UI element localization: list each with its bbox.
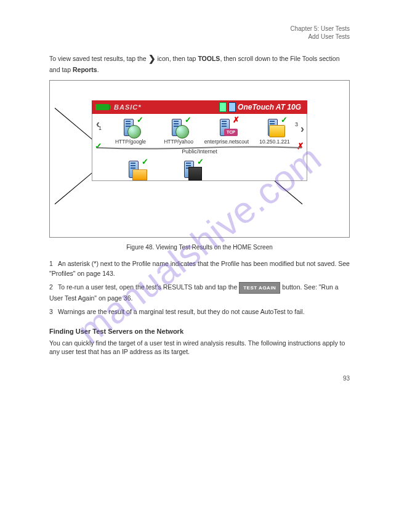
network-card-icon — [219, 102, 227, 112]
test-http-google[interactable]: ✓ HTTP/google — [112, 118, 149, 145]
figure-container: BASIC* OneTouch AT 10G ‹ 1 ✓ ✓ HTTP/goog… — [49, 80, 350, 238]
envelope-icon — [132, 169, 147, 180]
device-screenshot: BASIC* OneTouch AT 10G ‹ 1 ✓ ✓ HTTP/goog… — [92, 100, 307, 181]
device-product-name: OneTouch AT 10G — [238, 103, 301, 111]
nav-left[interactable]: ‹ 1 ✓ — [95, 118, 101, 145]
tier-row: ‹ 1 ✓ ✓ HTTP/google ✓ HTTP/yahoo TCP✗ en… — [92, 114, 307, 156]
profile-name: BASIC* — [114, 103, 142, 111]
menu-chevron-icon: ❯ — [148, 54, 156, 63]
test-hardware[interactable]: ✓ — [172, 159, 209, 179]
test-ftp-ip[interactable]: ✓ 10.250.1.221 — [256, 118, 293, 145]
check-icon: ✓ — [281, 115, 288, 124]
status-icons: OneTouch AT 10G — [219, 102, 307, 112]
page-number: 93 — [49, 375, 350, 382]
chevron-right-icon[interactable]: › — [299, 123, 305, 135]
header-chapter: Chapter 5: User Tests — [49, 25, 350, 33]
check-icon: ✓ — [137, 115, 143, 124]
chip-icon — [188, 167, 202, 180]
test-http-yahoo[interactable]: ✓ HTTP/yahoo — [160, 118, 197, 145]
left-page-num: 1 — [99, 125, 102, 131]
intro-line: To view saved test results, tap the ❯ ic… — [49, 53, 350, 74]
right-page-num: 3 — [295, 121, 298, 127]
tier-row-2: ✓ ✓ — [92, 156, 307, 181]
subheading: Finding User Test Servers on the Network — [49, 328, 350, 335]
folder-icon — [269, 125, 285, 137]
test-again-button[interactable]: TEST AGAIN — [239, 282, 280, 294]
tier-label: Public/Internet — [92, 148, 307, 155]
check-icon: ✓ — [185, 115, 191, 124]
tier-divider — [97, 143, 302, 147]
check-icon: ✓ — [197, 157, 204, 166]
callout-line — [55, 172, 93, 204]
callout-line — [55, 108, 93, 140]
callout-1: 1An asterisk (*) next to the Profile nam… — [49, 259, 350, 278]
device-titlebar: BASIC* OneTouch AT 10G — [92, 100, 307, 114]
battery-icon — [95, 104, 109, 110]
figure-caption: Figure 48. Viewing Test Results on the H… — [49, 244, 350, 251]
sub-body: You can quickly find the target of a use… — [49, 339, 350, 357]
cross-icon: ✗ — [233, 115, 240, 124]
header-section: Add User Tests — [49, 33, 350, 41]
network-card-icon — [228, 102, 236, 112]
tcp-badge: TCP — [224, 129, 238, 136]
check-icon: ✓ — [142, 157, 148, 166]
test-enterprise-netscout[interactable]: TCP✗ enterprise.netscout — [208, 118, 245, 145]
callout-2: 2To re-run a user test, open the test's … — [49, 282, 350, 304]
test-email[interactable]: ✓ — [117, 159, 154, 179]
callout-3: 3Warnings are the result of a marginal t… — [49, 307, 350, 316]
